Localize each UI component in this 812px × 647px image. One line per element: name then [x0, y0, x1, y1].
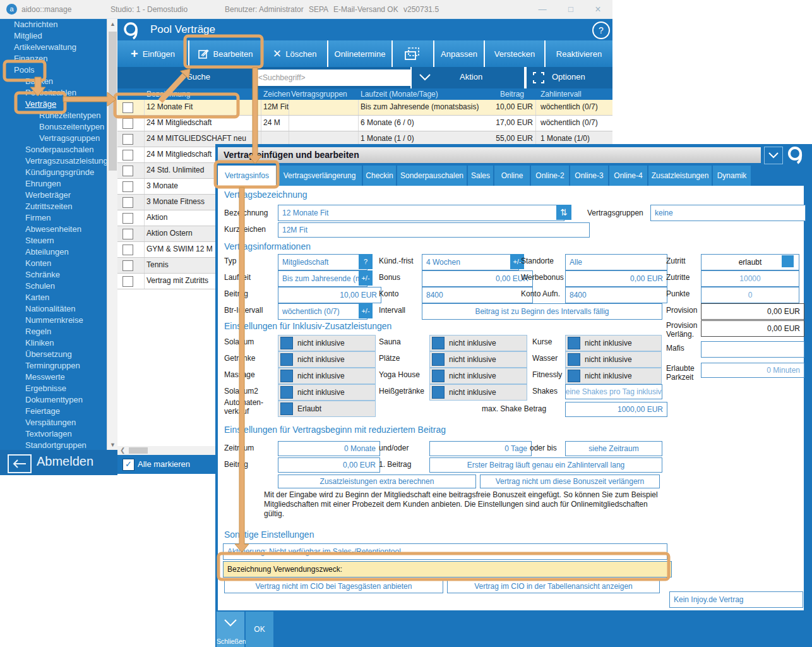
vertragsgruppen-field[interactable]: keine — [650, 205, 806, 221]
sidebar-item-artikelverwaltung[interactable]: Artikelverwaltung — [0, 42, 107, 53]
toggle-fitnessly[interactable]: nicht inklusive — [565, 368, 662, 384]
edit-button[interactable]: Bearbeiten — [189, 40, 261, 67]
close-button[interactable]: × — [589, 3, 607, 16]
beitrag-field[interactable]: 10,00 EUR — [278, 287, 381, 303]
help-button[interactable]: ? — [592, 21, 610, 39]
online-appointments-button[interactable]: Onlinetermine — [328, 40, 391, 67]
mafis-field[interactable] — [701, 341, 804, 358]
sidebar-item-dokumenttypen[interactable]: Dokumenttypen — [0, 394, 107, 406]
minimize-button[interactable]: — — [534, 3, 551, 16]
sidebar-item-ergebnisse[interactable]: Ergebnisse — [0, 383, 107, 394]
sidebar-item-firmen[interactable]: Firmen — [0, 212, 107, 224]
zutritte-field[interactable]: 10000 — [701, 270, 799, 287]
translate-button[interactable]: ⇅ — [556, 205, 571, 220]
col-bezeichnung[interactable]: Bezeichnung — [146, 90, 190, 99]
options-button[interactable]: Optionen — [527, 67, 612, 88]
tab-zusatzleistungen[interactable]: Zusatzleistungen — [648, 166, 712, 186]
row-checkbox[interactable] — [122, 134, 133, 145]
sidebar-item-vertraege[interactable]: Verträge — [0, 99, 107, 110]
laufzeit-field[interactable]: Bis zum Jahresende (monatsbasis) — [278, 270, 367, 287]
verwendungszweck-field[interactable]: Bezeichnung Verwendungszweck: — [223, 561, 672, 577]
action-button[interactable]: Aktion — [412, 67, 524, 88]
scroll-left-icon[interactable]: ❮ — [120, 447, 125, 454]
tab-online-3[interactable]: Online-3 — [570, 166, 608, 186]
sidebar-item-textvorlagen[interactable]: Textvorlagen — [0, 428, 107, 440]
toggle-massage[interactable]: nicht inklusive — [278, 368, 376, 384]
row-checkbox[interactable] — [122, 118, 133, 129]
row-checkbox[interactable] — [122, 197, 133, 208]
tab-online-2[interactable]: Online-2 — [531, 166, 569, 186]
sidebar-item-finanzen[interactable]: Finanzen — [0, 53, 107, 64]
row-checkbox[interactable] — [122, 166, 133, 176]
cio-tabellenansicht-button[interactable]: Vertrag im CIO in der Tabellenansicht an… — [447, 579, 660, 593]
sidebar-item-feiertage[interactable]: Feiertage — [0, 406, 107, 417]
ok-button[interactable]: OK — [246, 612, 273, 647]
row-checkbox[interactable] — [122, 102, 133, 113]
sidebar-item-abteilungen[interactable]: Abteilungen — [0, 246, 107, 258]
sidebar-scrollbar-thumb[interactable] — [109, 32, 117, 171]
toggle-wasser[interactable]: nicht inklusive — [565, 351, 662, 368]
punkte-field[interactable]: 0 — [701, 287, 799, 303]
zeitraum-monate-field[interactable]: 0 Monate — [278, 441, 380, 456]
col-vertragsgruppen[interactable]: Vertragsgruppen — [291, 90, 347, 99]
sidebar-item-zutrittszeiten[interactable]: Zutrittszeiten — [0, 201, 107, 212]
duplicate-button[interactable] — [393, 40, 433, 67]
sidebar-item-ehrungen[interactable]: Ehrungen — [0, 178, 107, 190]
typ-help-button[interactable]: ? — [359, 254, 373, 269]
row-checkbox[interactable] — [122, 213, 133, 224]
shakes-field[interactable]: keine Shakes pro Tag inklusive — [565, 384, 662, 399]
kurzzeichen-field[interactable]: 12M Fit — [278, 222, 590, 238]
sidebar-item-bonuszeitentypen[interactable]: Bonuszeitentypen — [0, 121, 107, 133]
sidebar-item-pools[interactable]: Pools — [0, 64, 107, 76]
sidebar-item-uebersetzung[interactable]: Übersetzung — [0, 349, 107, 360]
konto-field[interactable]: 8400 — [422, 287, 533, 303]
typ-field[interactable]: Mitgliedschaft — [278, 254, 367, 270]
sidebar-item-nummernkreise[interactable]: Nummernkreise — [0, 315, 107, 326]
sidebar-item-vertragszusatzleistungen[interactable]: Vertragszusatzleistungen — [0, 155, 107, 167]
sidebar-item-ruhezeitentypen[interactable]: Ruhezeitentypen — [0, 110, 107, 121]
bezeichnung-field[interactable]: 12 Monate Fit — [278, 205, 564, 221]
sidebar-item-kuendigungsgruende[interactable]: Kündigungsgründe — [0, 167, 107, 178]
siehe-zeitraum-field[interactable]: siehe Zeitraum — [565, 441, 662, 456]
col-laufzeit[interactable]: Laufzeit (Monate/Tage) — [361, 90, 438, 99]
col-zahlintervall[interactable]: Zahlintervall — [540, 90, 582, 99]
toggle-solarium[interactable]: nicht inklusive — [278, 335, 376, 351]
zeitraum-tage-field[interactable]: 0 Tage — [429, 441, 532, 456]
dialog-collapse-button[interactable] — [764, 147, 783, 164]
hide-button[interactable]: Verstecken — [485, 40, 544, 67]
sidebar-item-steuern[interactable]: Steuern — [0, 235, 107, 246]
zutritt-toggle-button[interactable] — [782, 255, 794, 267]
sidebar-item-mitglied[interactable]: Mitglied — [0, 30, 107, 42]
werbebonus-field[interactable]: 0,00 EUR — [565, 270, 667, 287]
max-shake-field[interactable]: 1000,00 EUR — [565, 402, 667, 417]
table-row[interactable]: 12 Monate Fit 12M Fit Bis zum Jahresende… — [117, 100, 612, 116]
standorte-field[interactable]: Alle — [565, 254, 667, 270]
sidebar-scrollbar[interactable]: ▲ ▼ — [107, 19, 117, 450]
tab-online[interactable]: Online — [494, 166, 530, 186]
tab-checkin[interactable]: Checkin — [363, 166, 396, 186]
row-checkbox[interactable] — [122, 150, 133, 160]
row-checkbox[interactable] — [122, 276, 133, 287]
bonus-field[interactable]: 0,00 EUR — [422, 270, 533, 287]
toggle-plaetze[interactable]: nicht inklusive — [429, 351, 527, 368]
cio-tagesgaeste-button[interactable]: Vertrag nicht im CIO bei Tagesgästen anb… — [224, 579, 443, 593]
close-dialog-button[interactable]: Schließen — [217, 612, 244, 647]
tab-sonderpauschalen[interactable]: Sonderpauschalen — [397, 166, 467, 186]
sidebar-item-regeln[interactable]: Regeln — [0, 326, 107, 337]
logout-bar[interactable]: Abmelden — [0, 450, 117, 475]
sidebar-item-schraenke[interactable]: Schränke — [0, 269, 107, 281]
btr-intervall-field[interactable]: wöchentlich (0/7) — [278, 303, 367, 320]
sidebar-item-standortgruppen[interactable]: Standortgruppen — [0, 440, 107, 450]
scroll-up-icon[interactable]: ▲ — [107, 19, 118, 29]
kuendfrist-field[interactable]: 4 Wochen — [422, 254, 519, 270]
customize-button[interactable]: Anpassen — [434, 40, 484, 67]
row-checkbox[interactable] — [122, 229, 133, 239]
konto-aufn-field[interactable]: 8400 — [565, 287, 667, 303]
sidebar-item-postleitzahlen[interactable]: Postleitzahlen — [0, 87, 107, 99]
sidebar-item-konten[interactable]: Konten — [0, 258, 107, 269]
sidebar-item-karten[interactable]: Karten — [0, 292, 107, 303]
tab-vertragsverlaengerung[interactable]: Vertragsverlängerung — [277, 166, 362, 186]
toggle-kurse[interactable]: nicht inklusive — [565, 335, 662, 351]
sidebar-item-kliniken[interactable]: Kliniken — [0, 337, 107, 349]
erster-beitrag-field[interactable]: Erster Beitrag läuft genau ein Zahlinter… — [429, 457, 662, 473]
